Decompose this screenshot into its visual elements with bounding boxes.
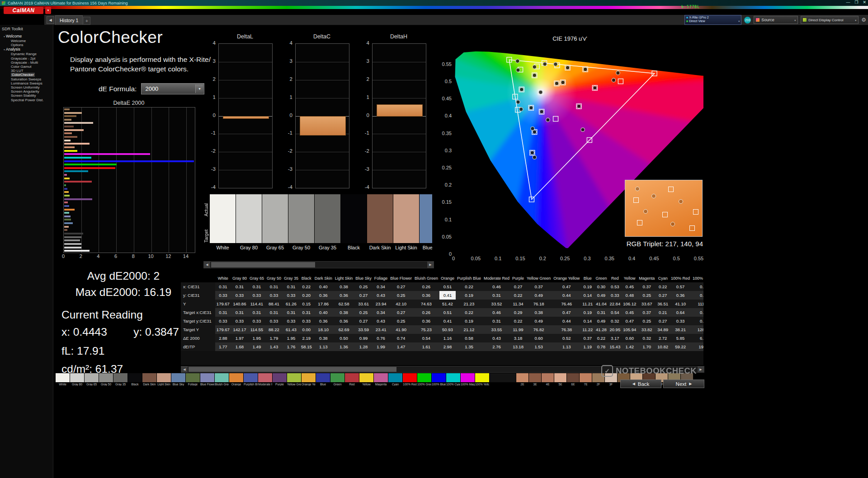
compare-patch-gray-35[interactable]: Gray 35 — [315, 194, 340, 253]
table-cell[interactable]: 0.21 — [656, 308, 670, 317]
table-cell[interactable]: 0.33 — [670, 317, 691, 325]
table-cell[interactable]: 76.38 — [552, 325, 581, 334]
compare-patch-dark-skin[interactable]: Dark Skin — [367, 194, 393, 253]
strip-swatch-red[interactable]: Red — [345, 373, 359, 388]
table-cell[interactable]: 0.54 — [413, 334, 439, 342]
table-cell[interactable]: 0.49 — [594, 291, 608, 300]
table-cell[interactable]: 1.68 — [231, 342, 248, 351]
source-dropdown[interactable]: Source ▾ — [754, 16, 798, 24]
sidebar-item-grayscale-multi[interactable]: Grayscale - Multi — [0, 61, 53, 65]
table-cell[interactable]: 13.18 — [511, 342, 525, 351]
minimize-button[interactable]: — — [846, 0, 850, 5]
table-cell[interactable]: 33.67 — [637, 300, 656, 308]
table-cell[interactable]: 19.82 — [691, 342, 703, 351]
strip-swatch-blue-flower[interactable]: Blue Flower — [200, 373, 214, 388]
table-cell[interactable]: 0.25 — [389, 317, 413, 325]
table-cell[interactable]: 0.31 — [482, 317, 511, 325]
table-cell[interactable]: 23.94 — [373, 300, 389, 308]
table-cell[interactable]: 0.43 — [373, 317, 389, 325]
table-cell[interactable]: 0.29 — [511, 308, 525, 317]
table-cell[interactable]: 0.51 — [439, 282, 456, 291]
table-cell[interactable]: 128.49 — [691, 325, 703, 334]
strip-swatch-black[interactable]: Black — [128, 373, 142, 388]
table-cell[interactable]: 1.79 — [265, 334, 283, 342]
table-cell[interactable]: 0.38 — [313, 334, 334, 342]
table-cell[interactable]: 0.27 — [511, 282, 525, 291]
table-cell[interactable]: 0.33 — [265, 291, 283, 300]
table-cell[interactable]: 0.34 — [373, 308, 389, 317]
table-cell[interactable]: 140.86 — [231, 300, 248, 308]
table-cell[interactable]: 179.67 — [215, 325, 231, 334]
table-cell[interactable]: 21.12 — [456, 325, 482, 334]
table-cell[interactable]: 0.46 — [482, 282, 511, 291]
table-cell[interactable]: 0.22 — [300, 282, 313, 291]
table-cell[interactable]: 0.37 — [581, 334, 594, 342]
strip-swatch-6e[interactable]: 6E — [567, 373, 579, 388]
table-cell[interactable]: 0.37 — [525, 282, 552, 291]
table-cell[interactable]: 76.46 — [552, 300, 581, 308]
strip-swatch-100-cyan[interactable]: 100% Cyan — [446, 373, 460, 388]
strip-swatch-2e[interactable]: 2E — [516, 373, 528, 388]
table-cell[interactable]: 0.31 — [265, 308, 283, 317]
maximize-button[interactable]: ❐ — [854, 0, 858, 5]
sidebar-item-3d-lut[interactable]: 3D LUT — [0, 69, 53, 73]
table-cell[interactable]: 0.47 — [622, 317, 637, 325]
table-cell[interactable]: 76.82 — [525, 325, 552, 334]
table-cell[interactable]: 0.22 — [456, 308, 482, 317]
table-cell[interactable]: 1.42 — [622, 342, 637, 351]
table-cell[interactable]: 0.49 — [525, 317, 552, 325]
table-cell[interactable]: 0.58 — [456, 334, 482, 342]
next-button[interactable]: Next ▶ — [663, 380, 704, 388]
table-cell[interactable]: 1.99 — [373, 342, 389, 351]
table-cell[interactable]: 2.72 — [656, 334, 670, 342]
tab-history-1[interactable]: History 1 — [55, 15, 83, 25]
strip-swatch-7e[interactable]: 7E — [580, 373, 592, 388]
table-cell[interactable]: 0.33 — [231, 291, 248, 300]
table-cell[interactable]: 0.31 — [248, 308, 265, 317]
table-cell[interactable]: 10.82 — [656, 342, 670, 351]
table-cell[interactable]: 0.33 — [215, 291, 231, 300]
sidebar-group-analysis[interactable]: ▾Analysis — [0, 47, 53, 52]
table-cell[interactable]: 0.38 — [525, 308, 552, 317]
strip-swatch-100-yellow[interactable]: 100% Yellow — [475, 373, 489, 388]
compare-scrollbar[interactable]: ◀ ▶ — [203, 261, 434, 268]
table-cell[interactable]: 1.13 — [313, 342, 334, 351]
table-cell[interactable]: 0.43 — [482, 334, 511, 342]
table-cell[interactable]: 0.36 — [313, 291, 334, 300]
table-cell[interactable]: 0.60 — [525, 334, 552, 342]
scroll-left-icon[interactable]: ◀ — [204, 262, 210, 268]
table-cell[interactable]: 51.42 — [439, 300, 456, 308]
strip-swatch-bluish-green[interactable]: Bluish Green — [215, 373, 229, 388]
table-cell[interactable]: 22.84 — [608, 300, 622, 308]
strip-swatch-purplish-blue[interactable]: Purplish Blue — [244, 373, 258, 388]
table-cell[interactable]: 179.67 — [215, 300, 231, 308]
table-cell[interactable]: 88.41 — [265, 300, 283, 308]
table-cell[interactable]: 0.48 — [622, 291, 637, 300]
table-cell[interactable]: 33.61 — [354, 300, 373, 308]
strip-swatch-yellow[interactable]: Yellow — [359, 373, 373, 388]
table-cell[interactable]: 0.22 — [456, 282, 482, 291]
table-cell[interactable]: 0.31 — [248, 282, 265, 291]
table-cell[interactable]: 0.40 — [313, 308, 334, 317]
table-cell[interactable]: 0.19 — [456, 291, 482, 300]
table-cell[interactable]: 1.97 — [231, 334, 248, 342]
table-cell[interactable]: 0.78 — [594, 342, 608, 351]
table-cell[interactable]: 41.04 — [594, 300, 608, 308]
table-cell[interactable]: 0.30 — [691, 308, 703, 317]
table-cell[interactable]: 0.36 — [413, 291, 439, 300]
table-cell[interactable]: 0.27 — [389, 308, 413, 317]
table-cell[interactable]: 0.33 — [608, 291, 622, 300]
table-cell[interactable]: 75.23 — [413, 325, 439, 334]
table-cell[interactable]: 0.44 — [552, 291, 581, 300]
table-cell[interactable]: 0.19 — [456, 317, 482, 325]
strip-swatch-cyan[interactable]: Cyan — [388, 373, 402, 388]
table-cell[interactable]: 0.50 — [334, 334, 354, 342]
table-cell[interactable]: 0.37 — [637, 282, 656, 291]
table-cell[interactable]: 33.52 — [482, 300, 511, 308]
meter-dropdown[interactable]: X-Rite i1Pro 2 Direct View▾ — [684, 15, 741, 25]
table-cell[interactable]: 0.33 — [248, 317, 265, 325]
table-cell[interactable]: 36.51 — [656, 300, 670, 308]
table-cell[interactable]: 0.53 — [608, 282, 622, 291]
table-cell[interactable]: 0.46 — [482, 308, 511, 317]
sidebar-item-grayscale-2pt[interactable]: Grayscale - 2pt — [0, 56, 53, 61]
